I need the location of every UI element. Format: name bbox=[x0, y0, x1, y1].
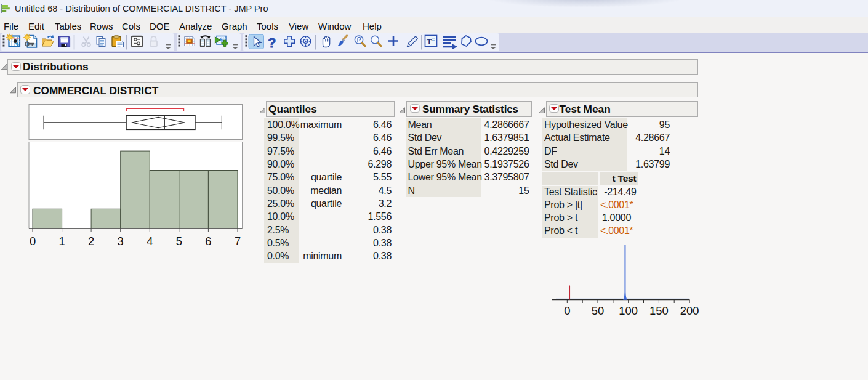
svg-text:50: 50 bbox=[592, 304, 604, 317]
svg-text:7: 7 bbox=[235, 235, 241, 248]
svg-text:5: 5 bbox=[176, 235, 182, 248]
svg-text:0: 0 bbox=[30, 235, 36, 248]
svg-text:0: 0 bbox=[564, 304, 570, 317]
svg-text:100: 100 bbox=[619, 304, 638, 317]
svg-text:3: 3 bbox=[118, 235, 124, 248]
svg-text:6: 6 bbox=[205, 235, 211, 248]
svg-text:2: 2 bbox=[88, 235, 94, 248]
svg-text:150: 150 bbox=[649, 304, 669, 317]
svg-text:200: 200 bbox=[680, 304, 699, 317]
svg-text:1: 1 bbox=[58, 235, 65, 248]
svg-text:4: 4 bbox=[147, 235, 153, 248]
svg-text:?: ? bbox=[268, 35, 276, 51]
svg-text:T: T bbox=[427, 37, 432, 46]
